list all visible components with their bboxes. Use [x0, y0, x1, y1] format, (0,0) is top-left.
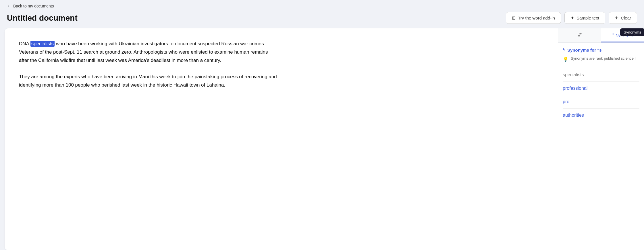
star-icon: ✦ — [570, 15, 574, 21]
sample-text-label: Sample text — [576, 15, 599, 20]
document-text: DNA specialists who have been working wi… — [19, 40, 277, 89]
synonym-label-pro: pro — [563, 99, 569, 104]
top-bar: ← Back to my documents — [0, 0, 644, 12]
synonyms-info-text: Synonyms are rank published science li — [571, 56, 636, 61]
synonyms-info: 💡 Synonyms are rank published science li — [563, 56, 639, 62]
synonyms-tab-icon: ⑂ — [612, 32, 614, 38]
synonym-label-specialists: specialists — [563, 72, 584, 77]
synonyms-header-text: Synonyms for "s — [567, 48, 602, 52]
clear-icon: ✈ — [615, 15, 618, 21]
clear-button[interactable]: ✈ Clear — [609, 12, 637, 24]
info-bulb-icon: 💡 — [563, 56, 568, 62]
header-actions: ⊞ Try the word add-in ✦ Sample text ✈ Cl… — [506, 12, 637, 24]
back-arrow-icon: ← — [7, 3, 11, 9]
back-label: Back to my documents — [13, 4, 54, 8]
word-icon: ⊞ — [512, 15, 516, 21]
tab-pin[interactable]: 🖇 — [558, 28, 601, 42]
highlighted-word[interactable]: specialists — [30, 41, 55, 47]
sample-text-button[interactable]: ✦ Sample text — [564, 12, 605, 24]
word-addon-button[interactable]: ⊞ Try the word add-in — [506, 12, 561, 24]
synonym-item-professional[interactable]: professional — [563, 82, 639, 95]
para1-after: who have been working with Ukrainian inv… — [19, 41, 268, 63]
back-link[interactable]: ← Back to my documents — [7, 3, 54, 9]
tooltip-label: Synonyms — [624, 30, 641, 34]
synonym-item-specialists[interactable]: specialists — [563, 68, 639, 82]
clear-label: Clear — [621, 15, 631, 20]
synonyms-header-icon: ⑂ — [563, 47, 566, 52]
pin-icon: 🖇 — [577, 32, 582, 38]
synonyms-header: ⑂ Synonyms for "s — [563, 47, 639, 52]
paragraph-2: They are among the experts who have been… — [19, 73, 277, 89]
synonym-item-authorities[interactable]: authorities — [563, 109, 639, 122]
synonym-label-authorities: authorities — [563, 113, 584, 118]
synonym-item-pro[interactable]: pro — [563, 95, 639, 109]
synonyms-sidebar: Synonyms 🖇 ⑂ Synonyms ⑂ Synonyms for "s … — [558, 28, 644, 250]
word-addon-label: Try the word add-in — [518, 15, 555, 20]
synonyms-tooltip: Synonyms — [620, 28, 644, 36]
paragraph-1: DNA specialists who have been working wi… — [19, 40, 277, 65]
document-header: Untitled document ⊞ Try the word add-in … — [0, 12, 644, 28]
main-layout: DNA specialists who have been working wi… — [0, 28, 644, 250]
para1-before: DNA — [19, 41, 30, 46]
synonyms-panel: ⑂ Synonyms for "s 💡 Synonyms are rank pu… — [558, 43, 644, 250]
document-area: DNA specialists who have been working wi… — [5, 28, 558, 250]
document-title: Untitled document — [7, 13, 78, 23]
synonym-label-professional: professional — [563, 86, 587, 91]
